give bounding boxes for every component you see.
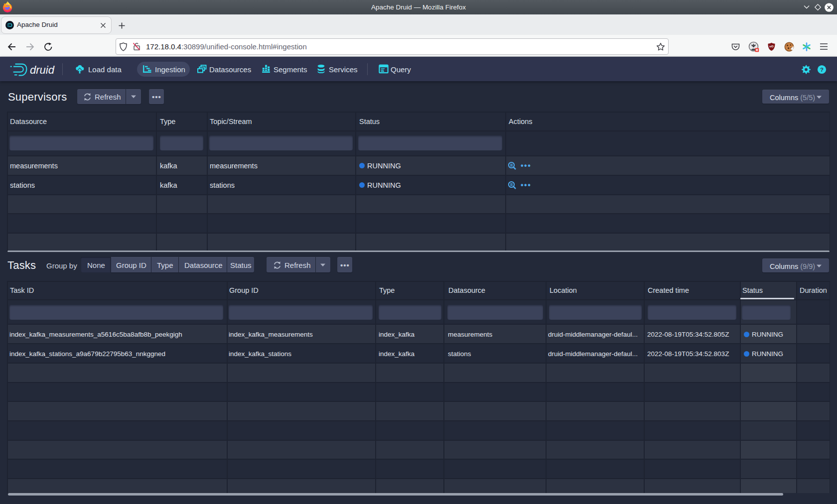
svg-text:?: ? <box>820 67 824 73</box>
svg-text:uO: uO <box>769 45 774 48</box>
